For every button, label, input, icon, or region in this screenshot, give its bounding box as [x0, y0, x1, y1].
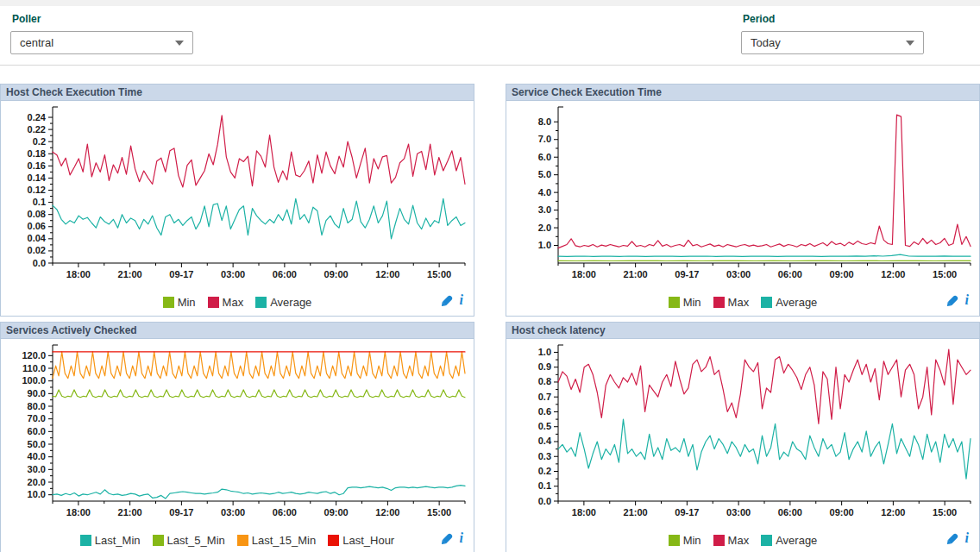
legend-item-Last_15_Min[interactable]: Last_15_Min	[237, 534, 316, 547]
svg-text:110.0: 110.0	[22, 363, 46, 373]
chart-host-check-execution-time[interactable]: 0.00.020.040.060.080.10.120.140.160.180.…	[1, 101, 474, 291]
chart-host-check-latency[interactable]: 0.00.10.20.30.40.50.60.70.80.91.018:0021…	[506, 339, 979, 529]
svg-text:120.0: 120.0	[22, 350, 46, 361]
svg-text:0.22: 0.22	[28, 124, 46, 135]
info-icon[interactable]: i	[460, 294, 463, 306]
legend-label: Average	[776, 296, 817, 309]
svg-text:0.06: 0.06	[28, 221, 46, 231]
svg-text:0.2: 0.2	[538, 466, 551, 476]
svg-text:80.0: 80.0	[28, 401, 46, 411]
svg-text:0.1: 0.1	[33, 197, 46, 207]
svg-text:6.0: 6.0	[538, 152, 551, 162]
series-line-Average	[53, 198, 465, 238]
svg-text:0.24: 0.24	[28, 112, 47, 122]
edit-graph-icon[interactable]	[947, 533, 958, 544]
chart-legend: MinMaxAverage	[157, 296, 318, 309]
legend-item-Average[interactable]: Average	[761, 296, 817, 309]
svg-text:09:00: 09:00	[324, 507, 349, 518]
info-icon[interactable]: i	[965, 532, 969, 544]
svg-text:12:00: 12:00	[375, 507, 399, 518]
svg-text:06:00: 06:00	[778, 269, 802, 279]
svg-text:60.0: 60.0	[28, 426, 46, 436]
legend-item-Average[interactable]: Average	[761, 534, 817, 547]
poller-filter-group: Poller central	[10, 11, 193, 54]
legend-label: Last_Hour	[342, 534, 394, 547]
edit-graph-icon[interactable]	[442, 295, 453, 306]
svg-text:21:00: 21:00	[624, 269, 648, 279]
svg-text:0.0: 0.0	[538, 496, 551, 506]
legend-label: Max	[223, 296, 244, 309]
svg-text:09-17: 09-17	[675, 269, 699, 279]
legend-swatch-icon	[669, 535, 680, 546]
info-icon[interactable]: i	[965, 294, 969, 306]
svg-text:03:00: 03:00	[221, 269, 245, 279]
series-line-Max	[558, 115, 971, 248]
svg-text:03:00: 03:00	[221, 507, 245, 518]
legend-item-Max[interactable]: Max	[713, 296, 750, 309]
legend-label: Last_15_Min	[252, 534, 316, 547]
edit-graph-icon[interactable]	[947, 295, 958, 306]
svg-text:15:00: 15:00	[427, 507, 451, 518]
svg-text:30.0: 30.0	[28, 464, 46, 474]
legend-item-Max[interactable]: Max	[208, 296, 244, 309]
legend-item-Min[interactable]: Min	[669, 296, 701, 309]
chart-title: Host check latency	[506, 323, 979, 339]
legend-label: Average	[270, 296, 311, 309]
series-line-Average	[558, 419, 971, 479]
series-line-Last_5_Min	[53, 390, 465, 398]
period-select[interactable]: Today	[741, 31, 924, 54]
svg-text:70.0: 70.0	[28, 413, 46, 423]
chart-services-actively-checked[interactable]: 10.020.030.040.050.060.070.080.090.0100.…	[1, 339, 474, 529]
filter-bar: Poller central Period Today	[0, 6, 980, 66]
svg-text:09:00: 09:00	[830, 507, 854, 518]
legend-item-Last_5_Min[interactable]: Last_5_Min	[153, 534, 225, 547]
svg-text:5.0: 5.0	[538, 169, 551, 179]
legend-swatch-icon	[328, 535, 339, 546]
period-selected-value: Today	[751, 36, 781, 49]
legend-item-Min[interactable]: Min	[163, 296, 196, 309]
legend-item-Last_Hour[interactable]: Last_Hour	[328, 534, 394, 547]
svg-text:06:00: 06:00	[778, 507, 802, 518]
svg-text:7.0: 7.0	[538, 134, 551, 144]
svg-text:03:00: 03:00	[726, 507, 751, 518]
legend-item-Min[interactable]: Min	[669, 534, 701, 547]
series-line-Max	[558, 349, 971, 423]
svg-text:2.0: 2.0	[538, 223, 551, 233]
svg-text:18:00: 18:00	[66, 269, 91, 279]
svg-text:12:00: 12:00	[881, 507, 905, 518]
svg-text:0.6: 0.6	[538, 406, 551, 417]
svg-text:100.0: 100.0	[22, 375, 46, 386]
svg-text:0.5: 0.5	[538, 421, 551, 431]
svg-text:18:00: 18:00	[572, 507, 596, 518]
svg-text:3.0: 3.0	[538, 204, 551, 215]
legend-label: Max	[728, 534, 750, 547]
chart-legend: MinMaxAverage	[663, 534, 824, 547]
page-top-strip	[0, 0, 980, 6]
poller-label: Poller	[12, 13, 193, 25]
legend-swatch-icon	[761, 535, 772, 546]
svg-text:8.0: 8.0	[538, 116, 551, 127]
legend-label: Average	[776, 534, 817, 547]
poller-selected-value: central	[20, 36, 53, 49]
poller-select[interactable]: central	[10, 31, 193, 54]
svg-text:40.0: 40.0	[28, 451, 46, 461]
charts-grid: Host Check Execution Time 0.00.020.040.0…	[0, 84, 980, 552]
info-icon[interactable]: i	[460, 532, 463, 544]
chart-service-check-execution-time[interactable]: 1.02.03.04.05.06.07.08.018:0021:0009-170…	[506, 101, 979, 291]
legend-label: Min	[683, 534, 701, 547]
svg-text:0.8: 0.8	[538, 376, 551, 386]
svg-text:21:00: 21:00	[624, 507, 648, 518]
legend-item-Max[interactable]: Max	[713, 534, 750, 547]
legend-label: Min	[683, 296, 701, 309]
svg-text:09:00: 09:00	[830, 269, 854, 279]
legend-item-Last_Min[interactable]: Last_Min	[80, 534, 141, 547]
legend-item-Average[interactable]: Average	[255, 296, 311, 309]
svg-text:03:00: 03:00	[726, 269, 751, 279]
svg-text:0.4: 0.4	[538, 436, 552, 446]
legend-label: Min	[178, 296, 196, 309]
edit-graph-icon[interactable]	[442, 533, 453, 544]
series-line-Last_15_Min	[53, 352, 465, 379]
legend-swatch-icon	[713, 297, 725, 308]
svg-text:0.14: 0.14	[28, 172, 47, 183]
svg-text:18:00: 18:00	[572, 269, 596, 279]
